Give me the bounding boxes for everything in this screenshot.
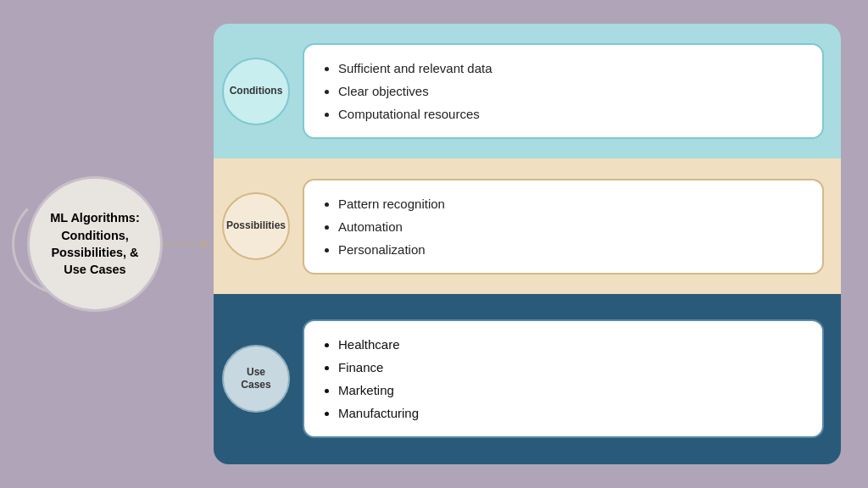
possibilities-list: Pattern recognition Automation Personali… xyxy=(321,192,445,261)
arrow-icon xyxy=(163,243,209,245)
main-title-text: ML Algorithms: Conditions, Possibilities… xyxy=(43,209,147,278)
list-item: Healthcare xyxy=(338,333,419,356)
conditions-panel: Conditions Sufficient and relevant data … xyxy=(214,24,841,158)
conditions-list: Sufficient and relevant data Clear objec… xyxy=(321,57,492,125)
usecases-list: Healthcare Finance Marketing Manufacturi… xyxy=(321,333,419,424)
conditions-content-box: Sufficient and relevant data Clear objec… xyxy=(303,43,824,139)
list-item: Clear objectives xyxy=(338,80,492,103)
arrow-wrapper xyxy=(163,243,214,245)
list-item: Sufficient and relevant data xyxy=(338,57,492,80)
possibilities-label: Possibilities xyxy=(226,219,286,233)
possibilities-label-circle: Possibilities xyxy=(222,192,290,260)
usecases-label-circle: Use Cases xyxy=(222,345,290,413)
list-item: Pattern recognition xyxy=(338,192,445,215)
list-item: Finance xyxy=(338,356,419,379)
main-container: ML Algorithms: Conditions, Possibilities… xyxy=(27,19,841,469)
list-item: Marketing xyxy=(338,379,419,402)
possibilities-panel: Possibilities Pattern recognition Automa… xyxy=(214,158,841,293)
possibilities-content-box: Pattern recognition Automation Personali… xyxy=(303,179,824,274)
list-item: Manufacturing xyxy=(338,402,419,424)
main-title-circle: ML Algorithms: Conditions, Possibilities… xyxy=(27,176,163,312)
usecases-label: Use Cases xyxy=(231,366,281,392)
list-item: Automation xyxy=(338,215,445,238)
right-panels: Conditions Sufficient and relevant data … xyxy=(214,24,841,464)
left-circle-wrapper: ML Algorithms: Conditions, Possibilities… xyxy=(27,176,163,312)
list-item: Personalization xyxy=(338,238,445,261)
conditions-label: Conditions xyxy=(230,85,283,98)
usecases-content-box: Healthcare Finance Marketing Manufacturi… xyxy=(303,319,824,438)
list-item: Computational resources xyxy=(338,103,492,125)
usecases-panel: Use Cases Healthcare Finance Marketing M… xyxy=(214,294,841,464)
conditions-label-circle: Conditions xyxy=(222,58,290,125)
